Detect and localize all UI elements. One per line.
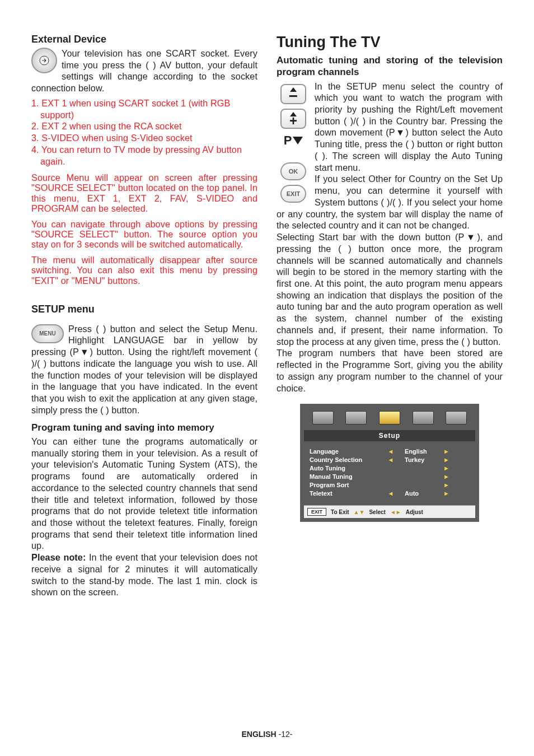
footer-page: -12- [277,730,293,739]
heading-auto-tuning: Automatic tuning and storing of the tele… [277,54,503,78]
text-program-tuning: You can either tune the programs automat… [31,436,257,552]
text-auto-tuning-4: The program numbers that have been store… [277,347,503,394]
red-note-2: You can navigate through above options b… [31,219,257,249]
text-auto-tuning-2: If you select Other for Country on the S… [277,173,503,231]
text-auto-tuning-1: In the SETUP menu select the country of … [277,81,503,174]
heading-program-tuning: Program tuning and saving into memory [31,422,257,433]
tv-leftright-icon: ◄► [390,509,401,515]
red-note-1: Source Menu will appear on screen after … [31,172,257,213]
vol-down-icon: − [280,84,306,104]
tv-row: Teletext◄Auto► [310,489,470,497]
tv-tab-icons [304,408,475,430]
tv-select-label: Select [369,509,385,515]
exit-button-icon: EXIT [280,185,306,203]
remote-icons-column: − + P OK EXIT [277,81,310,203]
please-note-bold: Please note: [31,552,86,562]
red-note-3: The menu will automatically disappear af… [31,255,257,285]
tv-updown-icon: ▲▼ [354,509,365,515]
heading-external-device: External Device [31,34,257,45]
ok-button-icon: OK [280,162,306,180]
tv-tab-icon-active [379,411,400,424]
tv-menu-body: Language◄English► Country Selection◄Turk… [304,441,475,505]
tv-row: Program Sort► [310,480,470,489]
tv-row: Country Selection◄Turkey► [310,455,470,464]
tv-setup-screenshot: Setup Language◄English► Country Selectio… [300,404,479,522]
tv-toexit-label: To Exit [331,509,349,515]
tv-row: Language◄English► [310,447,470,455]
right-column: Tuning The TV Automatic tuning and stori… [277,34,503,598]
text-auto-tuning-3: Selecting Start bar with the down button… [277,231,503,347]
av-button-icon [31,48,57,73]
tv-adjust-label: Adjust [406,509,423,515]
tv-footer: EXIT To Exit ▲▼ Select ◄► Adjust [304,505,475,518]
text-external-device: Your television has one SCART socket. Ev… [31,48,257,94]
p-down-icon: P [284,133,303,148]
heading-tuning-tv: Tuning The TV [277,34,503,51]
tv-tab-icon [312,411,334,424]
text-please-note: Please note: In the event that your tele… [31,552,257,598]
page-footer: ENGLISH -12- [0,729,534,739]
list-item: 4. You can return to TV mode by pressing… [31,144,257,167]
footer-lang: ENGLISH [241,730,276,739]
tv-row: Manual Tuning► [310,472,470,480]
tv-tab-icon [345,411,367,424]
list-item: 3. S-VIDEO when using S-Video socket [31,132,257,144]
list-item: 1. EXT 1 when using SCART socket 1 (with… [31,97,257,120]
tv-title-bar: Setup [304,430,475,441]
vol-up-icon: + [280,109,306,129]
tv-exit-badge: EXIT [307,508,326,516]
text-setup-menu: Press ( ) button and select the Setup Me… [31,323,257,416]
menu-button-icon: MENU [31,324,64,343]
tv-row: Auto Tuning► [310,464,470,472]
list-item: 2. EXT 2 when using the RCA socket [31,120,257,132]
tv-tab-icon [413,411,434,424]
left-column: External Device Your television has one … [31,34,257,598]
source-list: 1. EXT 1 when using SCART socket 1 (with… [31,97,257,167]
tv-tab-icon [446,411,467,424]
heading-setup-menu: SETUP menu [31,304,257,315]
